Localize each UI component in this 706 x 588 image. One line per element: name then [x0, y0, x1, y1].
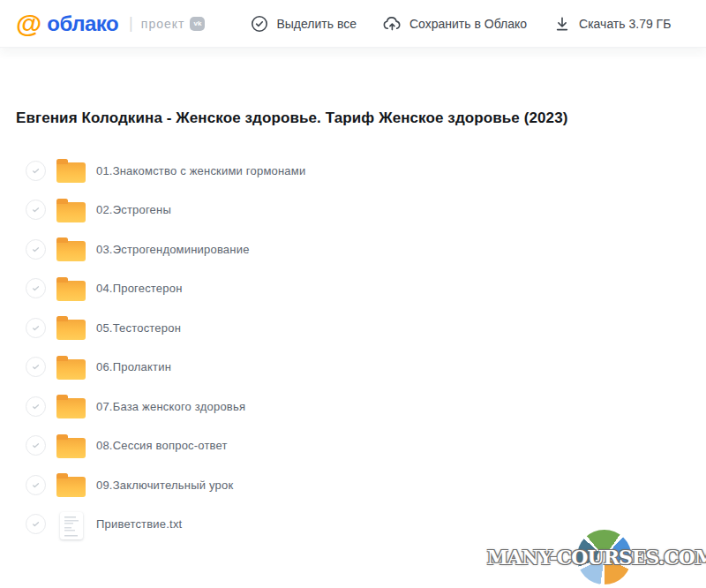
file-row[interactable]: 02.Эстрогены: [16, 191, 690, 230]
file-list: 01.Знакомство с женскими гормонами 02.Эс…: [16, 151, 690, 544]
item-label[interactable]: Приветствие.txt: [96, 517, 182, 531]
folder-icon: [56, 438, 86, 458]
folder-icon: [56, 241, 86, 261]
folder-icon: [56, 320, 86, 340]
circle-check-icon: [251, 15, 268, 33]
folder-icon: [56, 281, 86, 301]
select-all-label: Выделить все: [276, 17, 357, 31]
item-icon-slot: [56, 391, 86, 421]
cloud-mailru-logo[interactable]: @ облако | проект vk: [16, 11, 205, 37]
cloud-upload-icon: [383, 15, 402, 33]
row-checkbox[interactable]: [26, 475, 46, 495]
item-label[interactable]: 05.Тестостерон: [96, 321, 181, 335]
file-row[interactable]: Приветствие.txt: [16, 505, 690, 545]
item-label[interactable]: 02.Эстрогены: [96, 203, 171, 216]
item-label[interactable]: 04.Прогестерон: [96, 282, 183, 295]
check-icon: [30, 518, 41, 530]
download-button[interactable]: Скачать 3.79 ГБ: [553, 15, 671, 33]
row-checkbox[interactable]: [26, 514, 46, 534]
select-all-button[interactable]: Выделить все: [251, 15, 357, 33]
page-title: Евгения Колодкина - Женское здоровье. Та…: [16, 109, 690, 127]
file-row[interactable]: 03.Эстрогендоминирование: [16, 230, 690, 269]
item-label[interactable]: 08.Сессия вопрос-ответ: [96, 439, 228, 452]
row-checkbox[interactable]: [26, 318, 46, 338]
download-label: Скачать 3.79 ГБ: [579, 17, 671, 31]
watermark-text: MANY-COURSES.COM: [487, 546, 706, 569]
check-icon: [30, 322, 41, 334]
folder-icon: [56, 477, 86, 497]
download-icon: [553, 15, 571, 33]
file-row[interactable]: 04.Прогестерон: [16, 269, 690, 309]
item-label[interactable]: 09.Заключительный урок: [96, 479, 233, 492]
check-icon: [30, 361, 41, 373]
folder-icon: [56, 202, 86, 222]
check-icon: [30, 204, 41, 215]
folder-icon: [56, 359, 86, 380]
item-icon-slot: [56, 509, 86, 539]
file-row[interactable]: 08.Сессия вопрос-ответ: [16, 426, 690, 466]
check-icon: [30, 440, 41, 451]
file-row[interactable]: 01.Знакомство с женскими гормонами: [16, 151, 690, 191]
header-actions: Выделить все Сохранить в Облако Скачать …: [251, 15, 671, 33]
file-row[interactable]: 09.Заключительный урок: [16, 465, 690, 505]
row-checkbox[interactable]: [26, 278, 46, 298]
header: @ облако | проект vk Выделить все Сохран…: [0, 0, 706, 48]
item-icon-slot: [56, 470, 86, 500]
item-icon-slot: [56, 234, 86, 264]
folder-icon: [56, 398, 86, 418]
item-label[interactable]: 06.Пролактин: [96, 360, 171, 373]
save-to-cloud-button[interactable]: Сохранить в Облако: [383, 15, 527, 33]
vk-badge-icon: vk: [190, 17, 205, 31]
folder-icon: [56, 162, 86, 183]
file-row[interactable]: 06.Пролактин: [16, 348, 690, 388]
check-icon: [30, 244, 41, 255]
mailru-at-icon: @: [16, 11, 41, 37]
row-checkbox[interactable]: [26, 435, 46, 456]
item-icon-slot: [56, 195, 86, 225]
check-icon: [30, 283, 41, 294]
check-icon: [30, 401, 41, 412]
item-label[interactable]: 03.Эстрогендоминирование: [96, 243, 250, 256]
check-icon: [30, 479, 41, 491]
logo-divider: |: [129, 14, 133, 33]
brand-name: облако: [47, 11, 118, 36]
row-checkbox[interactable]: [26, 357, 46, 377]
file-row[interactable]: 05.Тестостерон: [16, 308, 690, 348]
item-icon-slot: [56, 431, 86, 461]
item-icon-slot: [56, 313, 86, 343]
row-checkbox[interactable]: [26, 161, 46, 181]
item-icon-slot: [56, 155, 86, 185]
file-row[interactable]: 07.База женского здоровья: [16, 387, 690, 426]
save-to-cloud-label: Сохранить в Облако: [409, 17, 527, 31]
check-icon: [30, 165, 41, 177]
item-label[interactable]: 01.Знакомство с женскими гормонами: [96, 164, 305, 177]
row-checkbox[interactable]: [26, 239, 46, 260]
item-label[interactable]: 07.База женского здоровья: [96, 400, 245, 413]
row-checkbox[interactable]: [26, 396, 46, 417]
main-content: Евгения Колодкина - Женское здоровье. Та…: [0, 109, 706, 544]
row-checkbox[interactable]: [26, 200, 46, 220]
text-file-icon: [60, 512, 83, 539]
project-label: проект: [141, 17, 185, 31]
item-icon-slot: [56, 352, 86, 382]
item-icon-slot: [56, 274, 86, 304]
